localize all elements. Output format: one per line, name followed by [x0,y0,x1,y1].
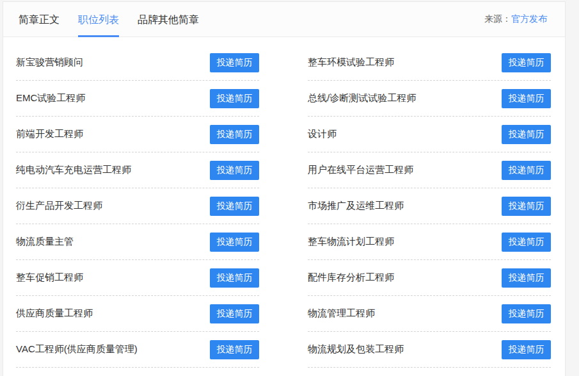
source-label: 来源： [484,13,511,24]
job-item: 物流管理工程师 投递简历 [308,296,551,332]
job-title: 整车促销工程师 [16,272,83,284]
job-item: 总线/诊断测试试验工程师 投递简历 [308,81,551,117]
apply-button[interactable]: 投递简历 [210,197,259,216]
job-title: 衍生产品开发工程师 [16,200,102,212]
job-item: VAC工程师(供应商质量管理) 投递简历 [16,332,259,368]
job-title: 物流管理工程师 [308,307,375,320]
tab-bar: 简章正文 职位列表 品牌其他简章 来源：官方发布 [3,2,565,37]
job-item: 纯电动汽车充电运营工程师 投递简历 [16,152,259,188]
apply-button[interactable]: 投递简历 [210,125,259,144]
job-title: 用户在线平台运营工程师 [308,164,413,176]
apply-button[interactable]: 投递简历 [502,161,551,180]
apply-button[interactable]: 投递简历 [210,340,259,359]
job-item: 整车促销工程师 投递简历 [16,260,259,296]
job-item: 供应商质量工程师 投递简历 [16,296,259,332]
job-title: 设计师 [308,128,337,140]
source-info: 来源：官方发布 [484,13,547,25]
job-item: 设计师 投递简历 [308,117,551,152]
apply-button[interactable]: 投递简历 [502,125,551,144]
job-title: 物流质量主管 [16,236,74,248]
job-title: EMC试验工程师 [16,92,85,104]
apply-button[interactable]: 投递简历 [502,304,551,323]
page: 简章正文 职位列表 品牌其他简章 来源：官方发布 新宝骏营销顾问 投递简历 整车… [0,0,588,376]
job-list: 新宝骏营销顾问 投递简历 整车环模试验工程师 投递简历 EMC试验工程师 投递简… [3,37,565,368]
job-item: 物流质量主管 投递简历 [16,224,259,260]
job-title: 总线/诊断测试试验工程师 [308,92,416,104]
apply-button[interactable]: 投递简历 [502,53,551,72]
apply-button[interactable]: 投递简历 [502,233,551,252]
job-item: 整车环模试验工程师 投递简历 [308,45,551,81]
scrollbar-track[interactable] [579,0,588,376]
apply-button[interactable]: 投递简历 [502,268,551,288]
job-title: 纯电动汽车充电运营工程师 [16,164,131,176]
apply-button[interactable]: 投递简历 [210,233,259,252]
tab-brief-content[interactable]: 简章正文 [19,2,60,37]
apply-button[interactable]: 投递简历 [502,340,551,359]
job-title: 新宝骏营销顾问 [16,56,83,69]
apply-button[interactable]: 投递简历 [210,268,259,288]
job-item: 配件库存分析工程师 投递简历 [308,260,551,296]
job-item: 用户在线平台运营工程师 投递简历 [308,152,551,188]
job-title: 整车环模试验工程师 [308,56,394,69]
tab-brand-other-briefs[interactable]: 品牌其他简章 [138,2,199,37]
job-title: 配件库存分析工程师 [308,272,394,284]
job-title: 供应商质量工程师 [16,307,93,320]
tab-job-list[interactable]: 职位列表 [78,2,119,37]
job-title: 物流规划及包装工程师 [308,343,404,356]
job-title: 市场推广及运维工程师 [308,200,404,212]
job-title: 前端开发工程师 [16,128,83,140]
job-item: 前端开发工程师 投递简历 [16,117,259,152]
job-title: VAC工程师(供应商质量管理) [16,343,138,356]
job-item: 新宝骏营销顾问 投递简历 [16,45,259,81]
job-item: 物流规划及包装工程师 投递简历 [308,332,551,368]
job-title: 整车物流计划工程师 [308,236,394,248]
job-item: 整车物流计划工程师 投递简历 [308,224,551,260]
job-brief-card: 简章正文 职位列表 品牌其他简章 来源：官方发布 新宝骏营销顾问 投递简历 整车… [3,1,566,376]
job-item: 市场推广及运维工程师 投递简历 [308,188,551,224]
apply-button[interactable]: 投递简历 [502,197,551,216]
apply-button[interactable]: 投递简历 [210,89,259,108]
job-item: 衍生产品开发工程师 投递简历 [16,188,259,224]
job-item: EMC试验工程师 投递简历 [16,81,259,117]
apply-button[interactable]: 投递简历 [502,89,551,108]
source-link[interactable]: 官方发布 [511,13,547,24]
apply-button[interactable]: 投递简历 [210,161,259,180]
apply-button[interactable]: 投递简历 [210,304,259,323]
apply-button[interactable]: 投递简历 [210,53,259,72]
